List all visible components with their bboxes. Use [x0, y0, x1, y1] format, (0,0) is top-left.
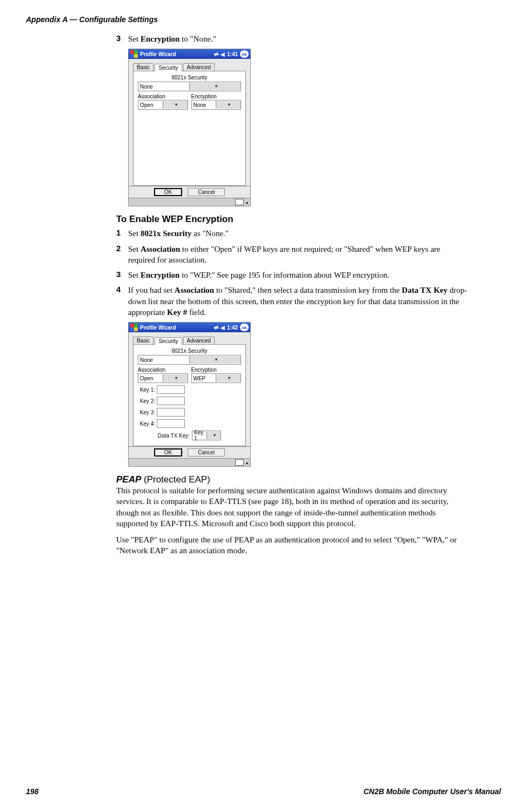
group-label-8021x: 8021x Security: [138, 75, 241, 80]
combo-value: None: [192, 102, 216, 108]
bold-term: Association: [175, 286, 214, 294]
encryption-label: Encryption: [191, 93, 242, 99]
step-number: 3: [116, 33, 128, 44]
key2-label: Key 2:: [138, 398, 155, 404]
key3-input[interactable]: [157, 408, 185, 417]
ok-button[interactable]: OK: [154, 188, 182, 196]
combo-value: None: [138, 84, 189, 90]
ok-button[interactable]: ok: [240, 50, 249, 58]
up-arrow-icon[interactable]: ▴: [246, 460, 248, 465]
keyboard-icon[interactable]: [235, 459, 244, 466]
tab-basic[interactable]: Basic: [133, 63, 154, 71]
encryption-label: Encryption: [191, 367, 242, 373]
screenshot-profile-wizard-none: Profile Wizard ⇄ ◀ 1:41 ok Basic Securit…: [128, 49, 251, 206]
text: Set: [128, 245, 141, 253]
encryption-combo[interactable]: WEP ▾: [191, 373, 242, 383]
peap-paragraph-2: Use "PEAP" to configure the use of PEAP …: [116, 534, 468, 556]
clock-time: 1:42: [227, 325, 238, 331]
bold-term: Encryption: [141, 271, 180, 279]
volume-icon: ◀: [221, 51, 225, 57]
key2-input[interactable]: [157, 397, 185, 405]
security-8021x-combo[interactable]: None ▾: [138, 82, 241, 91]
text: to "WEP." See page 195 for information a…: [179, 271, 389, 279]
windows-flag-icon: [130, 324, 138, 331]
cancel-button[interactable]: Cancel: [188, 448, 225, 457]
connectivity-icon: ⇄: [214, 325, 218, 331]
security-8021x-combo[interactable]: None ▾: [138, 355, 241, 365]
chevron-down-icon: ▾: [216, 101, 241, 109]
chevron-down-icon: ▾: [163, 101, 188, 109]
data-tx-key-label: Data TX Key:: [158, 433, 190, 439]
step-text: Set Association to either "Open" if WEP …: [128, 244, 468, 266]
chevron-down-icon: ▾: [189, 83, 241, 90]
chevron-down-icon: ▾: [216, 374, 241, 382]
tab-security[interactable]: Security: [155, 337, 182, 345]
chevron-down-icon: ▾: [163, 374, 188, 382]
key3-label: Key 3:: [138, 410, 155, 415]
step-number: 2: [116, 244, 128, 266]
association-combo[interactable]: Open ▾: [138, 373, 188, 383]
window-titlebar: Profile Wizard ⇄ ◀ 1:41 ok: [129, 49, 250, 59]
up-arrow-icon[interactable]: ▴: [246, 200, 248, 205]
text: Set: [128, 271, 141, 279]
key1-label: Key 1:: [138, 387, 155, 393]
combo-value: None: [138, 357, 189, 363]
text: If you had set: [128, 286, 175, 294]
peap-heading: PEAP (Protected EAP): [116, 474, 468, 485]
combo-value: Open: [138, 102, 163, 108]
bold-term: Association: [141, 245, 180, 253]
tab-advanced[interactable]: Advanced: [183, 337, 215, 344]
running-header: Appendix A — Configurable Settings: [26, 15, 158, 24]
key4-input[interactable]: [157, 419, 185, 428]
cancel-button[interactable]: Cancel: [188, 188, 225, 196]
text: Set: [128, 229, 141, 238]
key1-input[interactable]: [157, 385, 185, 394]
key4-label: Key 4:: [138, 421, 155, 427]
step-text: Set 8021x Security as "None.": [128, 228, 468, 239]
page-number: 198: [26, 787, 38, 796]
association-combo[interactable]: Open ▾: [138, 100, 188, 110]
chevron-down-icon: ▾: [189, 356, 241, 364]
heading-paren: (Protected EAP): [141, 474, 210, 485]
tab-security[interactable]: Security: [155, 64, 182, 71]
manual-title: CN2B Mobile Computer User's Manual: [363, 787, 501, 796]
chevron-down-icon: ▾: [206, 432, 221, 439]
step-text: Set Encryption to "WEP." See page 195 fo…: [128, 270, 468, 280]
text: Set: [128, 35, 141, 43]
combo-value: WEP: [192, 375, 216, 381]
peap-paragraph-1: This protocol is suitable for performing…: [116, 485, 468, 529]
association-label: Association: [138, 93, 188, 99]
tab-advanced[interactable]: Advanced: [183, 63, 215, 71]
combo-value: Key 1: [192, 430, 206, 441]
association-label: Association: [138, 367, 188, 373]
text: to "None.": [179, 35, 216, 43]
encryption-combo[interactable]: None ▾: [191, 100, 242, 110]
step-text: If you had set Association to "Shared," …: [128, 285, 468, 318]
bold-term: 8021x Security: [141, 229, 192, 238]
screenshot-profile-wizard-wep: Profile Wizard ⇄ ◀ 1:42 ok Basic Securit…: [128, 322, 251, 467]
group-label-8021x: 8021x Security: [138, 348, 241, 354]
window-titlebar: Profile Wizard ⇄ ◀ 1:42 ok: [129, 323, 250, 332]
tab-basic[interactable]: Basic: [133, 337, 154, 344]
step-number: 1: [116, 228, 128, 239]
window-title: Profile Wizard: [140, 51, 176, 57]
ok-button[interactable]: OK: [154, 448, 182, 457]
connectivity-icon: ⇄: [214, 51, 218, 57]
bold-term: Key #: [167, 308, 187, 317]
text: to "Shared," then select a data transmis…: [214, 286, 402, 294]
subheading-enable-wep: To Enable WEP Encryption: [116, 214, 468, 225]
bold-term: Data TX Key: [402, 286, 448, 294]
window-title: Profile Wizard: [140, 325, 176, 331]
combo-value: Open: [138, 375, 163, 381]
step-number: 3: [116, 270, 128, 280]
data-tx-key-combo[interactable]: Key 1 ▾: [192, 431, 221, 440]
ok-button[interactable]: ok: [240, 324, 249, 331]
volume-icon: ◀: [221, 325, 225, 331]
heading-bold: PEAP: [116, 474, 141, 485]
text: as "None.": [192, 229, 229, 238]
step-text: Set Encryption to "None.": [128, 33, 468, 44]
keyboard-icon[interactable]: [235, 199, 244, 205]
windows-flag-icon: [130, 50, 138, 58]
clock-time: 1:41: [227, 51, 238, 57]
bold-term: Encryption: [141, 35, 180, 43]
